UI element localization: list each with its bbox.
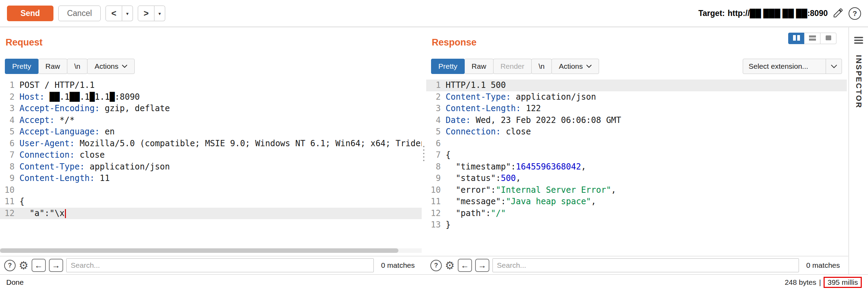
next-match-button[interactable]: → <box>49 259 63 272</box>
panel-splitter-handle[interactable] <box>422 146 425 161</box>
code-line[interactable]: 10 <box>0 184 422 196</box>
tab-label: Actions <box>94 62 118 71</box>
edit-target-button[interactable] <box>833 7 844 19</box>
line-text: Content-Type: application/json <box>15 161 422 173</box>
line-text: Connection: close <box>441 126 847 138</box>
line-number: 11 <box>426 196 441 208</box>
code-line[interactable]: 4Accept: */* <box>0 115 422 126</box>
tab-pretty[interactable]: Pretty <box>5 59 39 74</box>
code-token: :8090 <box>115 92 140 102</box>
tab-label: \n <box>539 62 545 71</box>
response-search-input[interactable] <box>492 258 799 272</box>
code-line[interactable]: 12 "a":"\x <box>0 208 422 219</box>
code-line[interactable]: 6User-Agent: Mozilla/5.0 (compatible; MS… <box>0 138 422 150</box>
code-line[interactable]: 6 <box>426 138 847 150</box>
line-text: Accept-Encoding: gzip, deflate <box>15 103 422 115</box>
cancel-button[interactable]: Cancel <box>58 6 101 21</box>
code-token: Mozilla/5.0 (compatible; MSIE 9.0; Windo… <box>75 139 422 148</box>
code-token: "a":"\x <box>19 208 65 218</box>
line-number: 1 <box>426 80 441 91</box>
arrow-right-icon: → <box>478 260 486 270</box>
search-help-button[interactable]: ? <box>430 260 442 271</box>
line-number: 12 <box>0 208 15 219</box>
extension-dropdown[interactable]: Select extension... <box>743 59 842 74</box>
millis-label: 395 millis <box>827 278 858 286</box>
line-text: Connection: close <box>15 149 422 161</box>
tab-raw[interactable]: Raw <box>464 59 494 74</box>
response-panel: Response PrettyRawRender\nActions Select… <box>426 27 847 274</box>
inspector-tab-label[interactable]: INSPECTOR <box>854 55 863 109</box>
tab-n[interactable]: \n <box>531 59 552 74</box>
response-metrics: 248 bytes | 395 millis <box>785 277 862 288</box>
code-line[interactable]: 8 "timestamp":1645596368042, <box>426 161 847 173</box>
code-line[interactable]: 2Host: ██.1██.1█1.1█:8090 <box>0 91 422 103</box>
search-settings-button[interactable]: ⚙ <box>445 260 455 271</box>
code-line[interactable]: 3Content-Length: 122 <box>426 103 847 115</box>
code-line[interactable]: 11 "message":"Java heap space", <box>426 196 847 208</box>
search-help-button[interactable]: ? <box>4 260 16 271</box>
layout-rows-button[interactable] <box>804 33 820 44</box>
inspector-sidebar[interactable]: INSPECTOR <box>849 27 868 274</box>
tab-actions[interactable]: Actions <box>87 59 135 74</box>
back-history-dropdown[interactable]: ▾ <box>122 6 133 21</box>
response-title: Response <box>432 37 477 48</box>
code-token: Wed, 23 Feb 2022 06:06:08 GMT <box>471 115 621 125</box>
line-number: 7 <box>0 149 15 161</box>
line-text: "status":500, <box>441 173 847 184</box>
code-line[interactable]: 11{ <box>0 196 422 208</box>
code-token: 122 <box>521 103 541 113</box>
code-token: Connection: <box>446 127 501 136</box>
forward-button[interactable]: > <box>138 6 154 21</box>
request-editor[interactable]: 1POST / HTTP/1.12Host: ██.1██.1█1.1█:809… <box>0 80 422 247</box>
request-search-input[interactable] <box>66 258 374 272</box>
code-line[interactable]: 10 "error":"Internal Server Error", <box>426 184 847 196</box>
tab-raw[interactable]: Raw <box>38 59 67 74</box>
code-token: Host: <box>19 92 44 102</box>
previous-match-button[interactable]: ← <box>32 259 46 272</box>
code-line[interactable]: 3Accept-Encoding: gzip, deflate <box>0 103 422 115</box>
help-button[interactable]: ? <box>849 7 861 20</box>
forward-split-button: > ▾ <box>138 6 165 21</box>
scrollbar-thumb[interactable] <box>0 248 398 253</box>
code-line[interactable]: 5Connection: close <box>426 126 847 138</box>
previous-match-button[interactable]: ← <box>458 259 472 272</box>
next-match-button[interactable]: → <box>475 259 489 272</box>
code-line[interactable]: 1POST / HTTP/1.1 <box>0 80 422 91</box>
tab-n[interactable]: \n <box>67 59 88 74</box>
code-line[interactable]: 12 "path":"/" <box>426 208 847 219</box>
code-token: POST / HTTP/1.1 <box>19 80 95 90</box>
code-line[interactable]: 7Connection: close <box>0 149 422 161</box>
request-horizontal-scrollbar[interactable] <box>0 248 422 253</box>
request-panel: Request PrettyRaw\nActions 1POST / HTTP/… <box>0 27 422 274</box>
tab-pretty[interactable]: Pretty <box>431 59 465 74</box>
columns-icon <box>793 35 800 42</box>
code-line[interactable]: 4Date: Wed, 23 Feb 2022 06:06:08 GMT <box>426 115 847 126</box>
code-token: Accept-Encoding: <box>19 103 100 113</box>
code-line[interactable]: 1HTTP/1.1 500 <box>426 80 847 91</box>
target-label: Target: <box>698 9 725 18</box>
line-number: 3 <box>426 103 441 115</box>
response-editor[interactable]: 1HTTP/1.1 5002Content-Type: application/… <box>426 80 847 247</box>
tab-actions[interactable]: Actions <box>551 59 599 74</box>
code-line[interactable]: 13} <box>426 219 847 231</box>
code-line[interactable]: 7{ <box>426 149 847 161</box>
layout-columns-button[interactable] <box>788 33 804 44</box>
search-settings-button[interactable]: ⚙ <box>19 260 28 271</box>
back-button[interactable]: < <box>106 6 122 21</box>
settings-menu-button[interactable] <box>854 36 863 45</box>
request-tabs: PrettyRaw\nActions <box>5 59 135 74</box>
code-line[interactable]: 9Content-Length: 11 <box>0 173 422 184</box>
code-token: Content-Length: <box>19 173 95 183</box>
forward-history-dropdown[interactable]: ▾ <box>154 6 165 21</box>
send-button[interactable]: Send <box>7 6 53 21</box>
code-token: , <box>581 162 586 172</box>
code-line[interactable]: 5Accept-Language: en <box>0 126 422 138</box>
code-line[interactable]: 9 "status":500, <box>426 173 847 184</box>
code-line[interactable]: 8Content-Type: application/json <box>0 161 422 173</box>
line-text: Content-Length: 11 <box>15 173 422 184</box>
pencil-icon <box>833 7 844 19</box>
code-line[interactable]: 2Content-Type: application/json <box>426 91 847 103</box>
redacted-text: ██.1██.1█1.1█ <box>50 92 115 102</box>
line-text: HTTP/1.1 500 <box>441 80 847 91</box>
layout-single-button[interactable] <box>820 33 836 44</box>
